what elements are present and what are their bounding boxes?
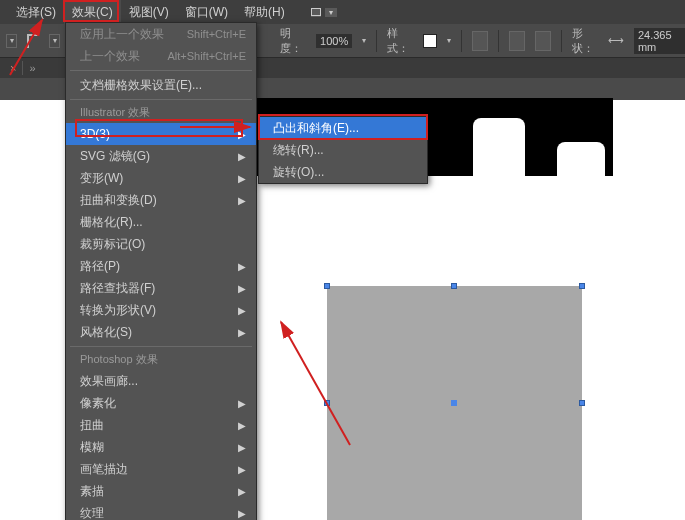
style-swatch[interactable] bbox=[423, 34, 438, 48]
submenu-arrow-icon: ▶ bbox=[238, 173, 246, 184]
menu-warp[interactable]: 变形(W) ▶ bbox=[66, 167, 256, 189]
align-icon[interactable] bbox=[509, 31, 525, 51]
transform-icon[interactable] bbox=[535, 31, 551, 51]
menu-item-label: 模糊 bbox=[80, 439, 104, 456]
menu-separator bbox=[70, 346, 252, 347]
menu-select[interactable]: 选择(S) bbox=[8, 0, 64, 25]
submenu-arrow-icon: ▶ bbox=[238, 261, 246, 272]
menu-pixelate[interactable]: 像素化 ▶ bbox=[66, 392, 256, 414]
menu-bar: 选择(S) 效果(C) 视图(V) 窗口(W) 帮助(H) ▾ bbox=[0, 0, 685, 24]
submenu-arrow-icon: ▶ bbox=[238, 420, 246, 431]
menu-3d[interactable]: 3D(3) ▶ bbox=[66, 123, 256, 145]
tool-dropdown-2[interactable]: ▾ bbox=[49, 34, 60, 48]
menu-window[interactable]: 窗口(W) bbox=[177, 0, 236, 25]
tab-overflow-icon[interactable]: » bbox=[29, 62, 35, 74]
menu-item-label: 扭曲 bbox=[80, 417, 104, 434]
submenu-arrow-icon: ▶ bbox=[238, 195, 246, 206]
menu-header-illustrator: Illustrator 效果 bbox=[66, 103, 256, 123]
corner-icon bbox=[27, 34, 38, 48]
menu-item-label: 3D(3) bbox=[80, 127, 110, 141]
submenu-arrow-icon: ▶ bbox=[238, 283, 246, 294]
selection-handle[interactable] bbox=[324, 283, 330, 289]
separator bbox=[22, 61, 23, 75]
menu-item-label: 素描 bbox=[80, 483, 104, 500]
style-label: 样式： bbox=[387, 26, 413, 56]
submenu-arrow-icon: ▶ bbox=[238, 305, 246, 316]
separator bbox=[376, 30, 377, 52]
separator bbox=[561, 30, 562, 52]
menu-convert-to-shape[interactable]: 转换为形状(V) ▶ bbox=[66, 299, 256, 321]
chevron-down-icon[interactable]: ▾ bbox=[447, 36, 451, 45]
menu-separator bbox=[70, 70, 252, 71]
menu-separator bbox=[70, 99, 252, 100]
submenu-arrow-icon: ▶ bbox=[238, 327, 246, 338]
selection-handle[interactable] bbox=[451, 283, 457, 289]
tab-close-icon[interactable]: × bbox=[10, 62, 16, 74]
menu-apply-last-effect[interactable]: 应用上一个效果 Shift+Ctrl+E bbox=[66, 23, 256, 45]
width-icon: ⟷ bbox=[608, 34, 624, 47]
menu-effect[interactable]: 效果(C) bbox=[64, 0, 121, 25]
submenu-arrow-icon: ▶ bbox=[238, 129, 246, 140]
submenu-arrow-icon: ▶ bbox=[238, 442, 246, 453]
separator bbox=[498, 30, 499, 52]
menu-item-label: 路径(P) bbox=[80, 258, 120, 275]
menu-path[interactable]: 路径(P) ▶ bbox=[66, 255, 256, 277]
menu-crop-marks[interactable]: 裁剪标记(O) bbox=[66, 233, 256, 255]
menu-ps-distort[interactable]: 扭曲 ▶ bbox=[66, 414, 256, 436]
submenu-arrow-icon: ▶ bbox=[238, 486, 246, 497]
menu-view[interactable]: 视图(V) bbox=[121, 0, 177, 25]
menu-item-label: 像素化 bbox=[80, 395, 116, 412]
effect-menu: 应用上一个效果 Shift+Ctrl+E 上一个效果 Alt+Shift+Ctr… bbox=[65, 22, 257, 520]
menu-effect-gallery[interactable]: 效果画廊... bbox=[66, 370, 256, 392]
3d-submenu: 凸出和斜角(E)... 绕转(R)... 旋转(O)... bbox=[258, 116, 428, 184]
submenu-arrow-icon: ▶ bbox=[238, 464, 246, 475]
menu-item-label: 变形(W) bbox=[80, 170, 123, 187]
menu-item-label: 应用上一个效果 bbox=[80, 26, 164, 43]
menu-item-label: 上一个效果 bbox=[80, 48, 140, 65]
menu-rasterize[interactable]: 栅格化(R)... bbox=[66, 211, 256, 233]
menu-distort-transform[interactable]: 扭曲和变换(D) ▶ bbox=[66, 189, 256, 211]
opacity-label: 明度： bbox=[280, 26, 306, 56]
menu-sketch[interactable]: 素描 ▶ bbox=[66, 480, 256, 502]
submenu-arrow-icon: ▶ bbox=[238, 508, 246, 519]
menu-item-shortcut: Shift+Ctrl+E bbox=[187, 28, 246, 40]
menu-item-label: 风格化(S) bbox=[80, 324, 132, 341]
shape-width-field[interactable]: 24.365 mm bbox=[634, 28, 685, 54]
menu-item-label: 画笔描边 bbox=[80, 461, 128, 478]
submenu-arrow-icon: ▶ bbox=[238, 398, 246, 409]
doc-setup-icon[interactable] bbox=[472, 31, 488, 51]
submenu-arrow-icon: ▶ bbox=[238, 151, 246, 162]
layout-icon[interactable] bbox=[311, 8, 321, 17]
separator bbox=[461, 30, 462, 52]
menu-rotate[interactable]: 旋转(O)... bbox=[259, 161, 427, 183]
menu-help[interactable]: 帮助(H) bbox=[236, 0, 293, 25]
selection-handle[interactable] bbox=[579, 283, 585, 289]
menu-brush-strokes[interactable]: 画笔描边 ▶ bbox=[66, 458, 256, 480]
dropdown-icon[interactable]: ▾ bbox=[325, 8, 337, 17]
menu-revolve[interactable]: 绕转(R)... bbox=[259, 139, 427, 161]
selection-handle[interactable] bbox=[579, 400, 585, 406]
menu-item-shortcut: Alt+Shift+Ctrl+E bbox=[167, 50, 246, 62]
menu-item-label: 路径查找器(F) bbox=[80, 280, 155, 297]
opacity-field[interactable]: 100% bbox=[316, 34, 352, 48]
shape-label: 形状： bbox=[572, 26, 598, 56]
menu-extrude-bevel[interactable]: 凸出和斜角(E)... bbox=[259, 117, 427, 139]
selection-handle[interactable] bbox=[324, 400, 330, 406]
menu-header-photoshop: Photoshop 效果 bbox=[66, 350, 256, 370]
menu-texture[interactable]: 纹理 ▶ bbox=[66, 502, 256, 520]
menu-item-label: 转换为形状(V) bbox=[80, 302, 156, 319]
menu-last-effect[interactable]: 上一个效果 Alt+Shift+Ctrl+E bbox=[66, 45, 256, 67]
selection-center bbox=[451, 400, 457, 406]
menu-svg-filters[interactable]: SVG 滤镜(G) ▶ bbox=[66, 145, 256, 167]
menu-blur[interactable]: 模糊 ▶ bbox=[66, 436, 256, 458]
menu-item-label: 扭曲和变换(D) bbox=[80, 192, 157, 209]
chevron-down-icon[interactable]: ▾ bbox=[362, 36, 366, 45]
menu-doc-raster-settings[interactable]: 文档栅格效果设置(E)... bbox=[66, 74, 256, 96]
tool-dropdown-1[interactable]: ▾ bbox=[6, 34, 17, 48]
menu-item-label: 纹理 bbox=[80, 505, 104, 521]
menu-stylize-ai[interactable]: 风格化(S) ▶ bbox=[66, 321, 256, 343]
menu-pathfinder[interactable]: 路径查找器(F) ▶ bbox=[66, 277, 256, 299]
menu-item-label: SVG 滤镜(G) bbox=[80, 148, 150, 165]
